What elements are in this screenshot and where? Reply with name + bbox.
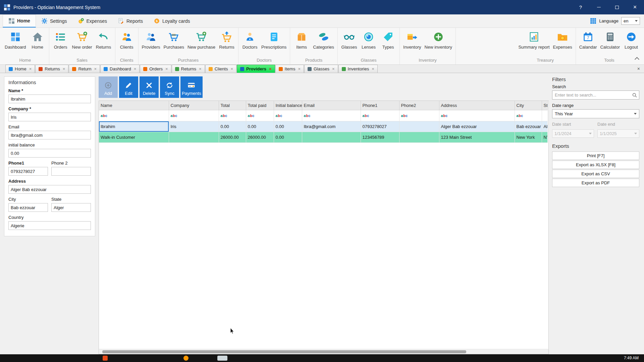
close-icon[interactable]: × xyxy=(199,66,202,71)
ribbon-item-summary-report[interactable]: Summary report xyxy=(517,30,551,51)
add-button[interactable]: Add xyxy=(99,76,118,98)
doc-tab-clients[interactable]: Clients× xyxy=(205,65,236,73)
initial-balance-field[interactable] xyxy=(8,149,91,158)
column-header-phone2[interactable]: Phone2 xyxy=(399,101,439,110)
ribbon-item-home[interactable]: Home xyxy=(28,30,47,51)
table-row-walkin-customer[interactable]: Walk-in Customer 26000.00 26000.00 0.00 … xyxy=(99,132,547,142)
column-header-phone1[interactable]: Phone1 xyxy=(361,101,399,110)
cell-name[interactable]: Walk-in Customer xyxy=(99,132,169,142)
cell-phone2[interactable] xyxy=(399,121,439,132)
cell-total-paid[interactable]: 0.00 xyxy=(246,121,274,132)
column-header-email[interactable]: Email xyxy=(302,101,361,110)
filter-cell[interactable] xyxy=(99,110,169,121)
cell-email[interactable]: Ibra@gmail.com xyxy=(302,121,361,132)
column-header-total[interactable]: Total xyxy=(219,101,246,110)
ribbon-item-items[interactable]: Items xyxy=(292,30,311,51)
language-select[interactable]: en xyxy=(621,17,640,25)
close-icon[interactable]: × xyxy=(94,66,97,71)
cell-phone1[interactable]: 0793278027 xyxy=(361,121,399,132)
ribbon-item-calendar[interactable]: 7 Calandar xyxy=(578,30,599,51)
filter-cell[interactable] xyxy=(219,110,246,121)
close-icon[interactable]: × xyxy=(298,66,301,71)
doc-tab-home[interactable]: Home× xyxy=(5,65,35,73)
date-end-select[interactable]: 1/1/2025 xyxy=(597,129,639,138)
filter-cell[interactable] xyxy=(399,110,439,121)
tabstrip-close-icon[interactable]: × xyxy=(637,66,640,71)
maximize-button[interactable] xyxy=(608,0,626,14)
ribbon-item-purchases[interactable]: Purchases xyxy=(162,30,186,51)
ribbon-item-lenses[interactable]: Lenses xyxy=(359,30,378,51)
ribbon-item-categories[interactable]: Categories xyxy=(311,30,336,51)
ribbon-item-prescriptions[interactable]: Prescriptions xyxy=(260,30,288,51)
cell-total[interactable]: 26000.00 xyxy=(219,132,246,142)
filter-cell[interactable] xyxy=(302,110,361,121)
doc-tab-orders[interactable]: Orders× xyxy=(140,65,171,73)
cell-initial-balance[interactable]: 0.00 xyxy=(274,121,302,132)
taskbar-app-icon[interactable] xyxy=(103,356,108,361)
close-button[interactable]: × xyxy=(626,0,644,14)
column-header-company[interactable]: Company xyxy=(169,101,219,110)
export-xlsx-button[interactable]: Export as XLSX [F8] xyxy=(552,161,639,169)
doc-tab-items[interactable]: Items× xyxy=(275,65,304,73)
cell-phone1[interactable]: 123456789 xyxy=(361,132,399,142)
ribbon-item-logout[interactable]: Logout xyxy=(622,30,641,51)
filter-cell[interactable] xyxy=(169,110,219,121)
ribbon-item-glasses[interactable]: Glasses xyxy=(339,30,359,51)
ribbon-item-purchase-returns[interactable]: Returns xyxy=(217,30,236,51)
close-icon[interactable]: × xyxy=(165,66,168,71)
cell-email[interactable] xyxy=(302,132,361,142)
doc-tab-dashboard[interactable]: Dashboard× xyxy=(100,65,140,73)
email-field[interactable] xyxy=(8,131,91,139)
ribbon-item-doctors[interactable]: Doctors xyxy=(240,30,260,51)
phone2-field[interactable] xyxy=(51,167,91,176)
close-icon[interactable]: × xyxy=(134,66,137,71)
filter-cell[interactable] xyxy=(361,110,399,121)
ribbon-item-expenses[interactable]: Expenses xyxy=(551,30,574,51)
column-header-city[interactable]: City xyxy=(515,101,542,110)
filter-cell[interactable] xyxy=(246,110,274,121)
doc-tab-returns-1[interactable]: Returns× xyxy=(35,65,68,73)
name-field[interactable] xyxy=(8,95,91,103)
filter-cell[interactable] xyxy=(439,110,515,121)
doc-tab-providers[interactable]: Providers× xyxy=(237,65,275,73)
doc-tab-inventories[interactable]: Inventories× xyxy=(338,65,378,73)
cell-company[interactable] xyxy=(169,132,219,142)
close-icon[interactable]: × xyxy=(29,66,32,71)
search-input[interactable] xyxy=(553,93,630,98)
filter-cell[interactable] xyxy=(274,110,302,121)
ribbon-item-returns[interactable]: Returns xyxy=(94,30,113,51)
payments-button[interactable]: Payments xyxy=(180,76,203,98)
search-icon[interactable] xyxy=(632,93,637,98)
menu-tab-settings[interactable]: Settings xyxy=(36,14,72,27)
doc-tab-returns-2[interactable]: Returns× xyxy=(172,65,205,73)
menu-tab-home[interactable]: Home xyxy=(3,14,36,27)
column-header-name[interactable]: Name xyxy=(99,101,169,110)
ribbon-item-clients[interactable]: Clients xyxy=(117,30,137,51)
ribbon-item-dashboard[interactable]: Dashboard xyxy=(3,30,28,51)
taskbar-app-icon[interactable] xyxy=(217,356,227,361)
city-field[interactable] xyxy=(8,203,48,212)
column-header-initial-balance[interactable]: Initial balance xyxy=(274,101,302,110)
scrollbar-thumb[interactable] xyxy=(102,350,466,353)
close-icon[interactable]: × xyxy=(230,66,233,71)
apps-grid-icon[interactable] xyxy=(590,18,596,24)
cell-city[interactable]: New York xyxy=(515,132,542,142)
menu-tab-reports[interactable]: Reports xyxy=(112,14,148,27)
cell-name[interactable]: Ibrahim xyxy=(99,121,169,132)
close-icon[interactable]: × xyxy=(332,66,335,71)
cell-address[interactable]: Alger Bab ezzouar xyxy=(439,121,515,132)
export-csv-button[interactable]: Export as CSV xyxy=(552,170,639,178)
cell-state[interactable]: Alger xyxy=(542,121,547,132)
ribbon-item-orders[interactable]: Orders xyxy=(51,30,70,51)
cell-phone2[interactable] xyxy=(399,132,439,142)
column-header-state[interactable]: State xyxy=(542,101,547,110)
close-icon[interactable]: × xyxy=(269,66,272,71)
horizontal-scrollbar[interactable] xyxy=(99,349,548,354)
ribbon-item-types[interactable]: Types xyxy=(378,30,398,51)
ribbon-item-new-inventory[interactable]: New inventory xyxy=(423,30,454,51)
ribbon-item-new-purchase[interactable]: New purchase xyxy=(186,30,217,51)
address-field[interactable] xyxy=(8,185,91,194)
taskbar-app-icon[interactable] xyxy=(183,356,189,361)
delete-button[interactable]: Delete xyxy=(140,76,159,98)
cell-initial-balance[interactable]: 0.00 xyxy=(274,132,302,142)
